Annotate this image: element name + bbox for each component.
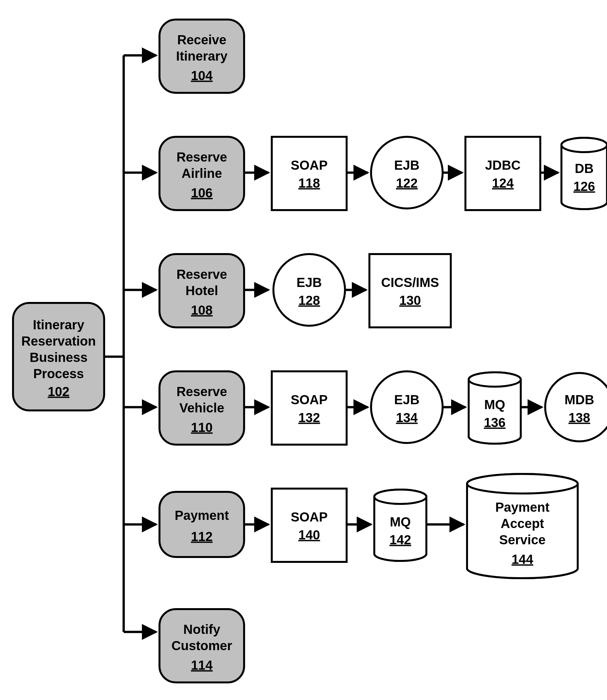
svg-point-59 bbox=[374, 489, 426, 504]
node-soap-140: SOAP 140 bbox=[272, 488, 347, 562]
svg-text:Payment: Payment bbox=[495, 500, 550, 514]
svg-text:112: 112 bbox=[191, 529, 213, 544]
root-l2: Reservation bbox=[21, 334, 96, 348]
svg-text:SOAP: SOAP bbox=[291, 393, 328, 407]
node-mdb-138: MDB 138 bbox=[545, 373, 607, 441]
svg-text:Hotel: Hotel bbox=[186, 283, 218, 298]
svg-point-15 bbox=[371, 137, 443, 208]
svg-text:Reserve: Reserve bbox=[176, 150, 227, 164]
node-mq-142: MQ 142 bbox=[374, 489, 426, 561]
node-reserve-airline: Reserve Airline 106 bbox=[160, 137, 244, 210]
node-db-126: DB 126 bbox=[561, 138, 607, 209]
svg-text:EJB: EJB bbox=[296, 275, 322, 289]
node-payment: Payment 112 bbox=[160, 492, 244, 557]
diagram: Itinerary Reservation Business Process 1… bbox=[0, 0, 607, 700]
root-l3: Business bbox=[29, 350, 87, 364]
svg-point-63 bbox=[467, 474, 578, 494]
root-num: 102 bbox=[48, 384, 70, 399]
root-l1: Itinerary bbox=[33, 318, 85, 332]
svg-text:Payment: Payment bbox=[175, 508, 229, 522]
svg-point-46 bbox=[469, 372, 521, 387]
svg-text:Service: Service bbox=[499, 533, 545, 547]
node-reserve-hotel: Reserve Hotel 108 bbox=[160, 254, 244, 327]
svg-text:140: 140 bbox=[298, 528, 320, 542]
svg-text:142: 142 bbox=[390, 533, 412, 547]
node-soap-132: SOAP 132 bbox=[272, 371, 347, 445]
svg-rect-12 bbox=[272, 137, 347, 210]
node-ejb-128: EJB 128 bbox=[273, 254, 345, 326]
svg-text:SOAP: SOAP bbox=[291, 158, 328, 172]
svg-text:Notify: Notify bbox=[183, 622, 221, 637]
svg-text:EJB: EJB bbox=[394, 393, 420, 407]
svg-text:118: 118 bbox=[298, 176, 320, 190]
node-root: Itinerary Reservation Business Process 1… bbox=[13, 303, 104, 411]
svg-text:EJB: EJB bbox=[394, 158, 420, 172]
svg-text:114: 114 bbox=[191, 658, 213, 672]
node-jdbc-124: JDBC 124 bbox=[465, 137, 540, 210]
svg-text:Receive: Receive bbox=[177, 33, 226, 47]
svg-text:110: 110 bbox=[191, 420, 213, 435]
svg-point-29 bbox=[273, 254, 345, 326]
svg-text:Vehicle: Vehicle bbox=[179, 401, 224, 415]
svg-text:144: 144 bbox=[511, 552, 533, 566]
node-receive-itinerary: Receive Itinerary 104 bbox=[160, 20, 244, 93]
svg-text:Itinerary: Itinerary bbox=[176, 49, 228, 63]
svg-text:MQ: MQ bbox=[484, 397, 505, 412]
node-soap-118: SOAP 118 bbox=[272, 137, 347, 210]
svg-rect-39 bbox=[272, 371, 347, 445]
svg-text:130: 130 bbox=[399, 293, 421, 307]
svg-rect-32 bbox=[370, 254, 451, 327]
svg-text:Reserve: Reserve bbox=[176, 267, 227, 281]
svg-point-22 bbox=[561, 138, 607, 152]
node-cicsims-130: CICS/IMS 130 bbox=[370, 254, 451, 327]
svg-text:SOAP: SOAP bbox=[291, 510, 328, 524]
svg-text:Accept: Accept bbox=[501, 516, 544, 531]
svg-text:CICS/IMS: CICS/IMS bbox=[381, 275, 439, 289]
root-l4: Process bbox=[33, 366, 84, 381]
svg-text:104: 104 bbox=[191, 68, 213, 83]
svg-text:108: 108 bbox=[191, 303, 213, 317]
svg-text:138: 138 bbox=[569, 411, 590, 425]
svg-text:124: 124 bbox=[492, 176, 514, 190]
svg-text:Airline: Airline bbox=[182, 166, 222, 180]
svg-text:MQ: MQ bbox=[390, 515, 411, 529]
svg-text:DB: DB bbox=[575, 161, 594, 176]
svg-text:MDB: MDB bbox=[564, 393, 594, 407]
svg-text:JDBC: JDBC bbox=[485, 158, 521, 172]
node-notify-customer: Notify Customer 114 bbox=[160, 609, 244, 682]
svg-text:Reserve: Reserve bbox=[176, 384, 227, 399]
svg-text:136: 136 bbox=[484, 415, 506, 429]
node-ejb-134: EJB 134 bbox=[371, 371, 443, 443]
node-mq-136: MQ 136 bbox=[469, 372, 521, 444]
svg-text:106: 106 bbox=[191, 186, 213, 200]
node-ejb-122: EJB 122 bbox=[371, 137, 443, 208]
svg-point-42 bbox=[371, 371, 443, 443]
svg-text:122: 122 bbox=[396, 176, 418, 190]
svg-text:128: 128 bbox=[298, 293, 320, 307]
node-payment-accept-service: Payment Accept Service 144 bbox=[467, 474, 578, 578]
svg-text:126: 126 bbox=[573, 179, 595, 194]
svg-text:132: 132 bbox=[298, 411, 320, 425]
svg-rect-55 bbox=[272, 488, 347, 562]
svg-text:134: 134 bbox=[396, 411, 418, 425]
svg-rect-18 bbox=[465, 137, 540, 210]
svg-text:Customer: Customer bbox=[171, 638, 232, 653]
svg-rect-52 bbox=[160, 492, 244, 557]
node-reserve-vehicle: Reserve Vehicle 110 bbox=[160, 371, 244, 445]
svg-point-49 bbox=[545, 373, 607, 441]
